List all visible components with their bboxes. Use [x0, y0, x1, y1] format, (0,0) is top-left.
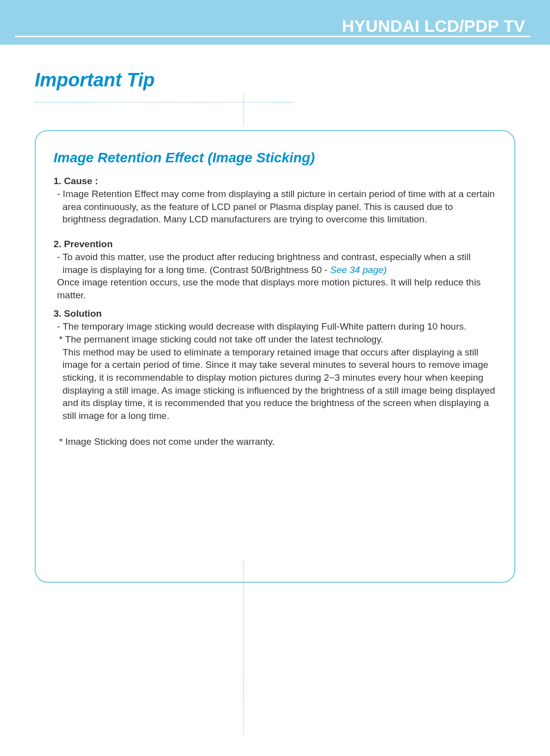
prevention-body: - To avoid this matter, use the product … [54, 251, 496, 302]
brand-title: HYUNDAI LCD/PDP TV [0, 16, 530, 36]
solution-body: - The temporary image sticking would dec… [54, 320, 496, 448]
solution-line2: * The permanent image sticking could not… [54, 333, 496, 346]
warranty-note: * Image Sticking does not come under the… [54, 435, 496, 448]
dotted-divider-horizontal [35, 102, 293, 103]
cause-label: 1. Cause : [54, 176, 496, 187]
box-heading: Image Retention Effect (Image Sticking) [54, 150, 496, 166]
dotted-divider-vertical-top [243, 94, 244, 126]
top-header-band: HYUNDAI LCD/PDP TV [0, 0, 550, 45]
page-content: Important Tip Image Retention Effect (Im… [0, 45, 550, 583]
page-title: Important Tip [35, 69, 515, 91]
solution-line1: - The temporary image sticking would dec… [54, 320, 496, 333]
header-divider [15, 36, 530, 37]
cause-body: - Image Retention Effect may come from d… [54, 188, 496, 226]
see-page-link[interactable]: See 34 page) [330, 265, 387, 275]
tip-box: Image Retention Effect (Image Sticking) … [35, 130, 515, 583]
solution-label: 3. Solution [54, 308, 496, 319]
prevention-text-b: Once image retention occurs, use the mod… [54, 276, 496, 301]
prevention-label: 2. Prevention [54, 239, 496, 250]
solution-paragraph: This method may be used to eliminate a t… [54, 346, 496, 422]
prevention-text-a: - To avoid this matter, use the product … [57, 252, 471, 275]
dotted-divider-vertical-bottom [243, 561, 244, 735]
